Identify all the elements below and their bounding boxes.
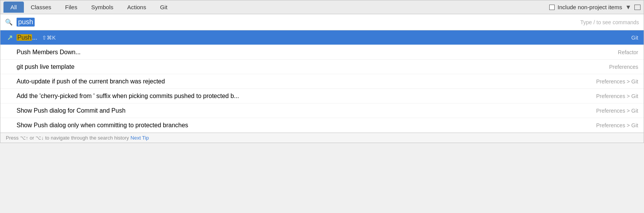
- result-category: Preferences > Git: [589, 78, 638, 85]
- status-hint: Press ⌥↑ or ⌥↓ to navigate through the s…: [6, 135, 129, 141]
- result-category: Preferences > Git: [589, 108, 638, 114]
- tab-symbols[interactable]: Symbols: [84, 2, 121, 13]
- next-tip-link[interactable]: Next Tip: [131, 135, 149, 141]
- result-name-highlighted: Push: [17, 34, 32, 41]
- arrow-icon: ↗: [6, 34, 13, 42]
- result-shortcut: ⇧⌘K: [42, 35, 55, 41]
- search-hint: Type / to see commands: [580, 19, 639, 25]
- result-category: Preferences > Git: [589, 122, 638, 128]
- non-project-label: Include non-project items: [558, 4, 622, 10]
- tab-all[interactable]: All: [3, 2, 24, 13]
- result-name: Show Push dialog only when committing to…: [17, 122, 589, 129]
- non-project-area: Include non-project items ▼: [549, 4, 641, 11]
- result-category: Preferences > Git: [589, 93, 638, 99]
- result-name: Add the 'cherry-picked from ' suffix whe…: [17, 93, 589, 100]
- filter-icon[interactable]: ▼: [625, 4, 631, 11]
- result-name: Push... ⇧⌘K: [17, 34, 624, 41]
- window-icon[interactable]: [634, 5, 641, 10]
- result-name: Auto-update if push of the current branc…: [17, 78, 589, 85]
- tab-actions[interactable]: Actions: [120, 2, 153, 13]
- empty-icon: [6, 92, 13, 100]
- tab-classes[interactable]: Classes: [24, 2, 58, 13]
- result-category: Git: [624, 35, 638, 41]
- search-input[interactable]: push: [17, 18, 576, 27]
- result-name: git push live template: [17, 63, 602, 70]
- omnisearch-dialog: All Classes Files Symbols Actions Git In…: [0, 0, 644, 143]
- result-name: Show Push dialog for Commit and Push: [17, 107, 589, 114]
- result-item[interactable]: git push live template Preferences: [0, 60, 644, 74]
- non-project-checkbox[interactable]: [549, 5, 555, 10]
- result-item[interactable]: Push Members Down... Refactor: [0, 45, 644, 60]
- result-category: Refactor: [610, 49, 638, 55]
- tab-bar: All Classes Files Symbols Actions Git In…: [0, 0, 644, 14]
- result-item[interactable]: Auto-update if push of the current branc…: [0, 74, 644, 89]
- search-value: push: [17, 18, 35, 27]
- empty-icon: [6, 48, 13, 56]
- result-name: Push Members Down...: [17, 49, 610, 56]
- result-item[interactable]: Show Push dialog for Commit and Push Pre…: [0, 103, 644, 118]
- empty-icon: [6, 63, 13, 71]
- empty-icon: [6, 78, 13, 85]
- results-list: ↗ Push... ⇧⌘K Git Push Members Down... R…: [0, 30, 644, 133]
- result-item[interactable]: Add the 'cherry-picked from ' suffix whe…: [0, 89, 644, 103]
- tab-files[interactable]: Files: [58, 2, 84, 13]
- status-bar: Press ⌥↑ or ⌥↓ to navigate through the s…: [0, 133, 644, 143]
- tab-git[interactable]: Git: [153, 2, 174, 13]
- empty-icon: [6, 121, 13, 129]
- result-item[interactable]: Show Push dialog only when committing to…: [0, 118, 644, 133]
- search-bar: 🔍 push Type / to see commands: [0, 14, 644, 30]
- result-category: Preferences: [602, 64, 638, 70]
- result-item[interactable]: ↗ Push... ⇧⌘K Git: [0, 30, 644, 45]
- empty-icon: [6, 107, 13, 115]
- search-icon: 🔍: [5, 18, 13, 26]
